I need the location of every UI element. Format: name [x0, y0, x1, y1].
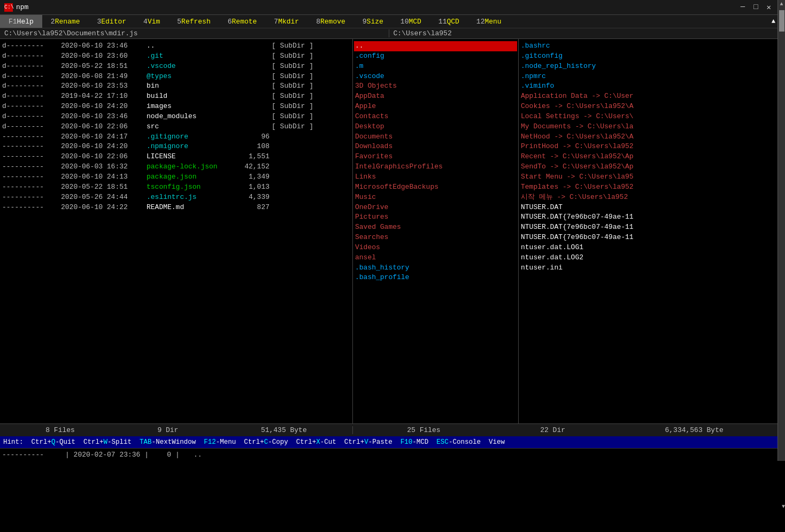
- left-panel-entry[interactable]: d--------- 2020-06-10 24:20 images [ Sub…: [1, 102, 351, 112]
- window-controls[interactable]: ─ □ ✕: [738, 3, 773, 12]
- menu-item-remove[interactable]: 8Remove: [307, 15, 354, 28]
- right-panel-entry[interactable]: ntuser.dat.LOG1: [520, 243, 776, 253]
- left-panel-entry[interactable]: ---------- 2020-06-10 22:06 LICENSE1,551: [1, 152, 351, 162]
- app-title: npm: [16, 3, 28, 11]
- mid-panel-entry[interactable]: Favorites: [354, 152, 517, 162]
- left-panel-entry[interactable]: ---------- 2020-05-26 24:44 .eslintrc.js…: [1, 192, 351, 203]
- right-panel-entries: .bashrc.gitconfig.node_repl_history.npmr…: [520, 41, 776, 273]
- left-panel-entry[interactable]: d--------- 2019-04-22 17:10 build [ SubD…: [1, 91, 351, 102]
- maximize-button[interactable]: □: [751, 3, 760, 12]
- right-panel[interactable]: .bashrc.gitconfig.node_repl_history.npmr…: [519, 39, 778, 423]
- right-panel-entry[interactable]: .bashrc: [520, 41, 776, 51]
- mid-panel-entry[interactable]: Music: [354, 192, 517, 203]
- mid-dir-count: 22 Dir: [540, 426, 565, 434]
- menu-item-menu[interactable]: 12Menu: [468, 15, 510, 28]
- left-panel-entry[interactable]: ---------- 2020-06-10 24:22 README.md827: [1, 203, 351, 213]
- mid-panel-entry[interactable]: Desktop: [354, 122, 517, 132]
- left-panel-entry[interactable]: d--------- 2020-06-10 23:53 bin [ SubDir…: [1, 81, 351, 91]
- right-panel-entry[interactable]: .viminfo: [520, 81, 776, 91]
- menu-item-refresh[interactable]: 5Refresh: [168, 15, 219, 28]
- left-dir-count: 9 Dir: [157, 426, 178, 434]
- mid-panel-entry[interactable]: .bash_history: [354, 263, 517, 273]
- left-panel-entry[interactable]: d--------- 2020-06-10 23:60 .git [ SubDi…: [1, 51, 351, 61]
- right-panel-entry[interactable]: .gitconfig: [520, 51, 776, 61]
- mid-panel-entry[interactable]: Saved Games: [354, 222, 517, 233]
- scroll-up-arrow[interactable]: ▲: [769, 18, 778, 25]
- menu-item-size[interactable]: 9Size: [354, 15, 392, 28]
- mid-panel-entry[interactable]: IntelGraphicsProfiles: [354, 162, 517, 172]
- left-panel-entry[interactable]: ---------- 2020-06-10 24:20 .npmignore10…: [1, 142, 351, 152]
- right-panel-entry[interactable]: .npmrc: [520, 72, 776, 82]
- right-panel-entry[interactable]: NTUSER.DAT{7e96bc07-49ae-11: [520, 233, 776, 243]
- right-panel-entry[interactable]: Recent -> C:\Users\la952\Ap: [520, 152, 776, 162]
- mid-panel-entry[interactable]: Searches: [354, 233, 517, 243]
- mid-panel-entry[interactable]: .vscode: [354, 72, 517, 82]
- left-panel-entry[interactable]: d--------- 2020-05-22 18:51 .vscode [ Su…: [1, 61, 351, 72]
- right-panel-entry[interactable]: Local Settings -> C:\Users\: [520, 112, 776, 122]
- right-panel-entry[interactable]: NetHood -> C:\Users\la952\A: [520, 132, 776, 142]
- right-panel-entry[interactable]: NTUSER.DAT: [520, 203, 776, 213]
- right-panel-entry[interactable]: Application Data -> C:\User: [520, 91, 776, 102]
- right-panel-entry[interactable]: 시작 메뉴 -> C:\Users\la952: [520, 192, 776, 203]
- cmd-perms: ----------: [2, 451, 61, 459]
- menu-item-vim[interactable]: 4Vim: [135, 15, 168, 28]
- right-panel-entry[interactable]: My Documents -> C:\Users\la: [520, 122, 776, 132]
- scroll-arrow-down[interactable]: ▼: [782, 503, 785, 511]
- mid-panel-entry[interactable]: Links: [354, 172, 517, 182]
- scroll-arrow-up[interactable]: ▲: [780, 0, 783, 8]
- left-panel-entry[interactable]: d--------- 2020-06-10 23:46 node_modules…: [1, 112, 351, 122]
- menu-item-remote[interactable]: 6Remote: [219, 15, 266, 28]
- mid-panel-entry[interactable]: Videos: [354, 243, 517, 253]
- menu-item-editor[interactable]: 3Editor: [88, 15, 135, 28]
- left-panel-entries: d--------- 2020-06-10 23:46 .. [ SubDir …: [1, 41, 351, 212]
- right-panel-entry[interactable]: NTUSER.DAT{7e96bc07-49ae-11: [520, 222, 776, 233]
- right-panel-entry[interactable]: ntuser.ini: [520, 263, 776, 273]
- right-path: C:\Users\la952: [389, 29, 778, 37]
- menu-item-help[interactable]: F1Help: [0, 15, 42, 28]
- left-panel-entry[interactable]: d--------- 2020-06-10 22:06 src [ SubDir…: [1, 122, 351, 132]
- menu-item-qcd[interactable]: 11QCD: [430, 15, 468, 28]
- mid-panel-entry[interactable]: ..: [354, 41, 517, 51]
- scrollbar[interactable]: ▲ ▼: [778, 0, 785, 461]
- menu-item-mcd[interactable]: 10MCD: [392, 15, 430, 28]
- right-panel-entry[interactable]: Templates -> C:\Users\la952: [520, 182, 776, 192]
- scroll-thumb[interactable]: [779, 10, 784, 32]
- menu-item-mkdir[interactable]: 7Mkdir: [265, 15, 307, 28]
- close-button[interactable]: ✕: [765, 3, 773, 12]
- left-panel-entry[interactable]: ---------- 2020-05-22 18:51 tsconfig.jso…: [1, 182, 351, 192]
- mid-panel-entry[interactable]: Downloads: [354, 142, 517, 152]
- right-panel-entry[interactable]: NTUSER.DAT{7e96bc07-49ae-11: [520, 212, 776, 222]
- minimize-button[interactable]: ─: [738, 3, 747, 12]
- mid-panel-entry[interactable]: Pictures: [354, 212, 517, 222]
- right-panel-entry[interactable]: PrintHood -> C:\Users\la952: [520, 142, 776, 152]
- left-panel-entry[interactable]: ---------- 2020-06-10 24:17 .gitignore96: [1, 132, 351, 142]
- left-panel-entry[interactable]: d--------- 2020-06-08 21:49 @types [ Sub…: [1, 72, 351, 82]
- mid-panel-entry[interactable]: Contacts: [354, 112, 517, 122]
- right-panel-entry[interactable]: Start Menu -> C:\Users\la95: [520, 172, 776, 182]
- mid-panel-entries: ...config.m.vscode3D ObjectsAppDataApple…: [354, 41, 517, 283]
- mid-panel-entry[interactable]: AppData: [354, 91, 517, 102]
- mid-panel-entry[interactable]: OneDrive: [354, 203, 517, 213]
- app-icon: C:\: [4, 3, 13, 12]
- mid-files-count: 25 Files: [407, 426, 440, 434]
- mid-panel-entry[interactable]: 3D Objects: [354, 81, 517, 91]
- mid-panel-entry[interactable]: MicrosoftEdgeBackups: [354, 182, 517, 192]
- right-panel-entry[interactable]: Cookies -> C:\Users\la952\A: [520, 102, 776, 112]
- right-panel-entry[interactable]: ntuser.dat.LOG2: [520, 253, 776, 263]
- mid-panel-entry[interactable]: Apple: [354, 102, 517, 112]
- panels: d--------- 2020-06-10 23:46 .. [ SubDir …: [0, 38, 778, 423]
- mid-panel-entry[interactable]: .m: [354, 61, 517, 72]
- mid-panel-entry[interactable]: .config: [354, 51, 517, 61]
- mid-panel-entry[interactable]: ansel: [354, 253, 517, 263]
- title-bar-left: C:\ npm: [4, 3, 28, 12]
- mid-panel[interactable]: ...config.m.vscode3D ObjectsAppDataApple…: [353, 39, 519, 423]
- menu-item-rename[interactable]: 2Rename: [42, 15, 89, 28]
- left-panel-entry[interactable]: d--------- 2020-06-10 23:46 .. [ SubDir …: [1, 41, 351, 51]
- left-panel-entry[interactable]: ---------- 2020-06-10 24:13 package.json…: [1, 172, 351, 182]
- right-panel-entry[interactable]: SendTo -> C:\Users\la952\Ap: [520, 162, 776, 172]
- mid-panel-entry[interactable]: Documents: [354, 132, 517, 142]
- mid-panel-entry[interactable]: .bash_profile: [354, 273, 517, 283]
- left-panel[interactable]: d--------- 2020-06-10 23:46 .. [ SubDir …: [0, 39, 353, 423]
- left-panel-entry[interactable]: ---------- 2020-06-03 16:32 package-lock…: [1, 162, 351, 172]
- right-panel-entry[interactable]: .node_repl_history: [520, 61, 776, 72]
